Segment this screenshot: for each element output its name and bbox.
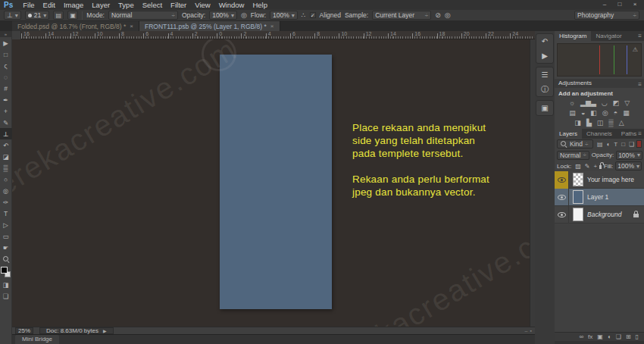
minimize-button[interactable]: – <box>597 0 612 9</box>
quick-selection-tool[interactable]: ◌ <box>0 71 12 83</box>
screen-mode-button[interactable]: ❏ <box>0 290 12 302</box>
crop-tool[interactable]: # <box>0 83 12 94</box>
link-layers-icon[interactable]: ∞ <box>579 333 583 341</box>
zoom-tool[interactable] <box>0 253 12 264</box>
type-tool[interactable]: T <box>0 208 12 219</box>
filter-kind-select[interactable]: Kind ÷ <box>557 139 593 149</box>
document-tab-folded[interactable]: Folded.psd @ 16.7% (Front, RGB/8) * × <box>12 21 139 31</box>
layer-thumbnail[interactable] <box>573 190 583 204</box>
new-adjustment-layer-icon[interactable]: ◐ <box>608 333 611 341</box>
lock-pixels-icon[interactable]: ✎ <box>585 163 590 170</box>
curves-icon[interactable]: ◡ <box>602 99 608 107</box>
menu-item-filter[interactable]: Filter <box>170 1 186 9</box>
tablet-pressure-size-icon[interactable]: ◎ <box>445 11 451 19</box>
marquee-tool[interactable]: □ <box>0 48 12 60</box>
color-swatches[interactable] <box>0 266 12 279</box>
collapse-tools-button[interactable]: » <box>0 31 12 37</box>
layer-thumbnail[interactable] <box>573 208 583 221</box>
filter-pixel-layers-icon[interactable]: ▤ <box>597 141 603 148</box>
filter-adjustment-layers-icon[interactable]: ◐ <box>607 141 611 148</box>
layer-styles-icon[interactable]: fx <box>588 333 592 341</box>
vertical-scrollbar[interactable] <box>530 39 535 327</box>
pen-tool[interactable]: ✑ <box>0 196 12 208</box>
menu-item-type[interactable]: Type <box>118 1 134 9</box>
delete-layer-icon[interactable]: ▯ <box>636 333 639 341</box>
color-balance-icon[interactable]: ◒ <box>581 109 585 117</box>
lock-transparency-icon[interactable]: ▨ <box>575 163 581 170</box>
document-size-field[interactable]: Doc: 8.63M/0 bytes ▶ <box>39 327 114 334</box>
layer-name[interactable]: Background <box>587 211 621 218</box>
tab-navigator[interactable]: Navigator <box>591 31 626 41</box>
eye-icon[interactable] <box>558 211 566 218</box>
channel-mixer-icon[interactable]: ◓ <box>614 109 617 117</box>
layer-name[interactable]: Layer 1 <box>587 193 608 201</box>
clone-source-icon[interactable]: ▣ <box>536 101 553 115</box>
eyedropper-tool[interactable]: ✒ <box>0 94 12 105</box>
opacity-input[interactable]: 100% ▾ <box>209 11 237 20</box>
tablet-pressure-opacity-icon[interactable]: ◎ <box>241 11 247 19</box>
menu-item-file[interactable]: File <box>23 1 34 9</box>
threshold-icon[interactable]: ◫ <box>597 119 604 127</box>
document-tab-front111[interactable]: FRONT111.psb @ 25% (Layer 1, RGB/8) * × <box>139 21 280 31</box>
black-white-icon[interactable]: ◧ <box>590 109 597 117</box>
visibility-cell[interactable] <box>555 206 569 224</box>
history-icon[interactable]: ↶ <box>536 34 553 48</box>
color-lookup-icon[interactable]: ▦ <box>623 109 630 117</box>
menu-item-select[interactable]: Select <box>142 1 162 9</box>
zoom-level-field[interactable]: 25% <box>15 327 33 334</box>
brush-tool[interactable]: ✎ <box>0 117 12 128</box>
tab-histogram[interactable]: Histogram <box>555 31 591 41</box>
close-tab-icon[interactable]: × <box>130 23 133 30</box>
aligned-checkbox[interactable]: ✓ <box>310 12 316 18</box>
quick-mask-button[interactable]: ◨ <box>0 279 12 290</box>
properties-icon[interactable]: ☰ <box>536 67 553 82</box>
healing-brush-tool[interactable]: + <box>0 105 12 117</box>
status-menu-arrow-icon[interactable]: ▶ <box>103 328 107 334</box>
mini-bridge-tab[interactable]: Mini Bridge <box>15 335 59 344</box>
flow-input[interactable]: 100% ▾ <box>270 11 298 20</box>
panel-menu-icon[interactable]: ≡ <box>638 130 642 137</box>
visibility-cell[interactable] <box>555 171 569 189</box>
invert-icon[interactable]: ◨ <box>574 119 581 127</box>
brightness-contrast-icon[interactable]: ☼ <box>569 99 575 107</box>
eraser-tool[interactable]: ◪ <box>0 151 12 162</box>
filter-smart-objects-icon[interactable]: ❏ <box>629 141 634 148</box>
lock-position-icon[interactable]: + <box>593 163 597 170</box>
menu-item-edit[interactable]: Edit <box>43 1 55 9</box>
menu-item-help[interactable]: Help <box>252 1 267 9</box>
layer-fill-input[interactable]: 100% ▾ <box>615 161 642 170</box>
menu-item-layer[interactable]: Layer <box>92 1 110 9</box>
hand-tool[interactable]: ☛ <box>0 242 12 253</box>
panel-menu-icon[interactable]: ≡ <box>638 33 642 39</box>
new-group-icon[interactable]: ❏ <box>616 333 621 341</box>
vibrance-icon[interactable]: ▽ <box>624 99 630 107</box>
history-brush-tool[interactable]: ↶ <box>0 139 12 151</box>
gradient-tool[interactable]: ▒ <box>0 162 12 174</box>
blur-tool[interactable]: ○ <box>0 174 12 185</box>
eye-icon[interactable] <box>558 194 566 201</box>
filter-on-off-toggle[interactable] <box>636 140 642 148</box>
lock-all-icon[interactable] <box>599 165 602 169</box>
layer-opacity-input[interactable]: 100% ▾ <box>616 151 642 160</box>
menu-item-window[interactable]: Window <box>219 1 245 9</box>
workspace-switcher[interactable]: Photography ÷ <box>574 11 639 20</box>
blend-mode-select[interactable]: Normal ÷ <box>108 11 178 20</box>
hue-saturation-icon[interactable]: ▤ <box>569 109 576 117</box>
actions-icon[interactable]: ▶ <box>536 48 553 63</box>
foreground-color-swatch[interactable] <box>1 267 8 274</box>
ignore-adjustment-layers-icon[interactable]: ⊘ <box>435 11 441 19</box>
layer-row-background[interactable]: Background <box>555 206 644 224</box>
selective-color-icon[interactable]: △ <box>619 119 624 127</box>
levels-icon[interactable]: ▂▆▃ <box>580 99 596 107</box>
dodge-tool[interactable]: ◎ <box>0 185 12 196</box>
add-layer-mask-icon[interactable]: ▣ <box>597 333 603 341</box>
clone-stamp-tool[interactable]: ⊥ <box>0 128 12 139</box>
sample-select[interactable]: Current Layer ÷ <box>372 11 431 20</box>
visibility-cell[interactable] <box>555 189 569 206</box>
canvas-viewport[interactable]: Place rekaan anda mengikut side yang tel… <box>12 39 535 327</box>
shape-tool[interactable]: ▭ <box>0 230 12 242</box>
toggle-clone-source-panel-button[interactable]: ▣ <box>67 11 78 20</box>
menu-item-image[interactable]: Image <box>64 1 83 9</box>
move-tool[interactable]: ▶ <box>0 37 12 48</box>
new-layer-icon[interactable]: ⊞ <box>626 333 631 341</box>
